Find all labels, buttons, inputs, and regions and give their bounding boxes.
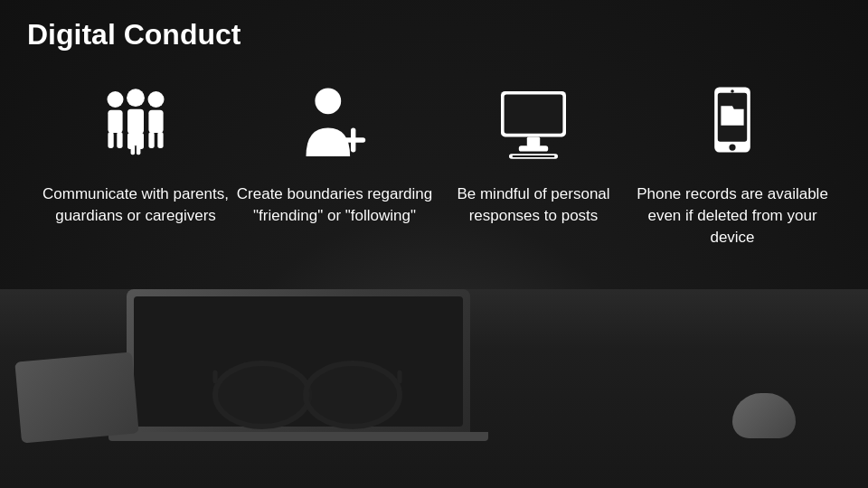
card-mindful-text: Be mindful of personal responses to post… [434, 183, 633, 227]
svg-point-33 [729, 145, 735, 151]
family-icon [90, 79, 181, 169]
cards-container: Communicate with parents, guardians or c… [27, 79, 841, 248]
card-boundaries: Create boundaries regarding "friending" … [235, 79, 434, 227]
card-phone: Phone records are available even if dele… [633, 79, 832, 248]
svg-rect-19 [131, 145, 136, 155]
svg-rect-14 [148, 110, 163, 133]
card-communicate: Communicate with parents, guardians or c… [36, 79, 235, 227]
card-phone-text: Phone records are available even if dele… [633, 183, 832, 248]
svg-point-32 [731, 89, 734, 93]
svg-rect-16 [157, 132, 163, 148]
page-title: Digital Conduct [27, 18, 841, 52]
svg-rect-26 [527, 136, 540, 146]
svg-rect-18 [131, 131, 141, 145]
svg-rect-23 [341, 137, 365, 142]
svg-point-9 [127, 89, 145, 107]
add-person-icon [289, 79, 380, 169]
main-content: Digital Conduct [0, 0, 868, 488]
svg-rect-29 [513, 155, 555, 157]
svg-rect-20 [137, 145, 141, 155]
svg-rect-8 [117, 132, 122, 148]
monitor-icon [488, 79, 579, 169]
svg-point-5 [108, 91, 124, 108]
svg-rect-15 [148, 132, 154, 148]
card-communicate-text: Communicate with parents, guardians or c… [36, 183, 235, 227]
svg-rect-25 [505, 95, 563, 134]
phone-icon [687, 79, 778, 169]
svg-point-21 [315, 88, 341, 114]
card-mindful: Be mindful of personal responses to post… [434, 79, 633, 227]
card-boundaries-text: Create boundaries regarding "friending" … [235, 183, 434, 227]
svg-rect-27 [519, 145, 548, 151]
svg-point-13 [148, 91, 165, 108]
svg-rect-6 [108, 110, 122, 133]
svg-rect-7 [108, 132, 113, 148]
svg-point-17 [130, 118, 142, 130]
